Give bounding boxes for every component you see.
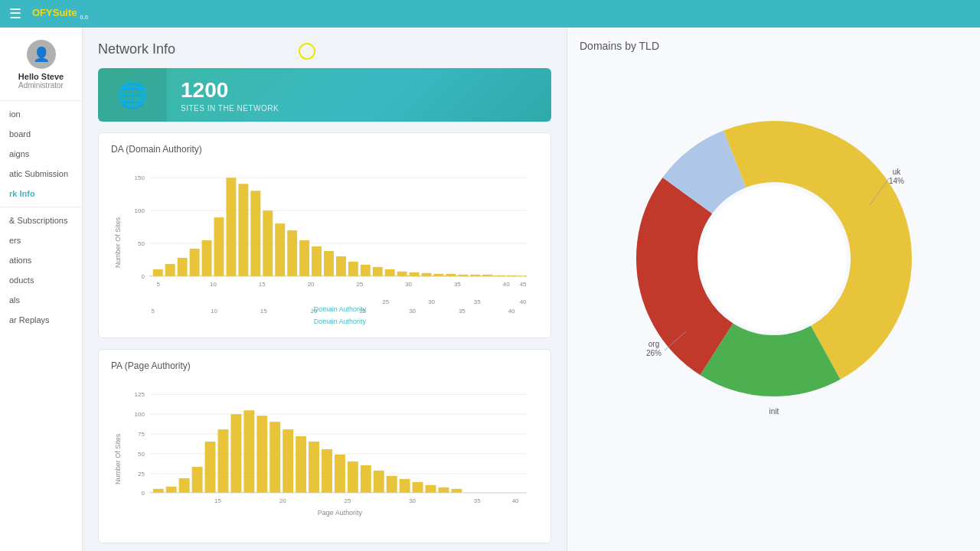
pa-bar bbox=[348, 461, 358, 493]
svg-text:25: 25 bbox=[356, 281, 363, 288]
da-bar bbox=[385, 269, 395, 276]
da-bar bbox=[324, 251, 334, 276]
da-bar bbox=[238, 184, 248, 276]
sidebar-item-network-info[interactable]: rk Info bbox=[0, 184, 82, 204]
da-bar bbox=[190, 249, 200, 276]
stats-label: SITES IN THE NETWORK bbox=[181, 104, 279, 112]
pa-bar bbox=[205, 442, 216, 493]
da-bar bbox=[275, 223, 285, 276]
svg-text:5: 5 bbox=[157, 281, 161, 288]
right-panel: Domains by TLD uk bbox=[567, 28, 980, 551]
da-bar bbox=[202, 240, 212, 276]
da-bar bbox=[410, 272, 420, 276]
svg-text:150: 150 bbox=[135, 174, 145, 181]
svg-text:20: 20 bbox=[279, 497, 286, 504]
pa-bar bbox=[270, 422, 280, 493]
pa-bar bbox=[451, 489, 462, 493]
svg-text:Number Of Sites: Number Of Sites bbox=[114, 217, 122, 268]
sidebar: 👤 Hello Steve Administrator ion board ai… bbox=[0, 28, 83, 551]
svg-text:25: 25 bbox=[382, 298, 389, 305]
donut-chart-svg: uk 14% org 26% init bbox=[602, 86, 946, 431]
pa-chart-wrap: Number Of Sites 125 100 75 50 25 0 bbox=[111, 379, 538, 532]
page-title: Network Info bbox=[98, 41, 551, 57]
da-bar bbox=[336, 256, 346, 276]
donut-label-org: org bbox=[648, 340, 658, 348]
svg-text:Page Authority: Page Authority bbox=[318, 509, 363, 517]
svg-text:25: 25 bbox=[359, 308, 366, 315]
sidebar-item-board[interactable]: board bbox=[0, 124, 82, 144]
app-layout: 👤 Hello Steve Administrator ion board ai… bbox=[0, 28, 980, 551]
pa-bar bbox=[256, 416, 267, 493]
sidebar-item-trials[interactable]: als bbox=[0, 290, 82, 310]
sidebar-item-subscriptions[interactable]: & Subscriptions bbox=[0, 210, 82, 230]
sidebar-divider bbox=[0, 100, 82, 101]
sidebar-item-ion[interactable]: ion bbox=[0, 104, 82, 124]
pa-bar bbox=[400, 479, 410, 493]
svg-text:20: 20 bbox=[311, 308, 318, 315]
app-logo: OFYSuite 0.0 bbox=[32, 7, 88, 21]
stats-number: 1200 bbox=[181, 78, 279, 103]
stats-card: 🌐 1200 SITES IN THE NETWORK bbox=[98, 68, 551, 122]
svg-text:100: 100 bbox=[135, 411, 145, 418]
da-bar bbox=[397, 272, 407, 276]
svg-text:40: 40 bbox=[503, 281, 510, 288]
sidebar-item-replays[interactable]: ar Replays bbox=[0, 310, 82, 330]
svg-text:40: 40 bbox=[520, 298, 527, 305]
pa-bar bbox=[192, 467, 203, 493]
svg-text:50: 50 bbox=[138, 451, 145, 458]
svg-text:Domain Authority: Domain Authority bbox=[314, 305, 367, 313]
svg-text:14%: 14% bbox=[888, 177, 903, 185]
svg-text:15: 15 bbox=[259, 281, 266, 288]
svg-text:75: 75 bbox=[138, 431, 145, 438]
da-bar bbox=[422, 273, 432, 276]
sidebar-item-products[interactable]: oducts bbox=[0, 270, 82, 290]
sidebar-item-users[interactable]: ers bbox=[0, 230, 82, 250]
svg-text:Number Of Sites: Number Of Sites bbox=[114, 433, 122, 484]
svg-text:20: 20 bbox=[308, 281, 315, 288]
svg-text:50: 50 bbox=[138, 240, 145, 247]
avatar: 👤 bbox=[27, 40, 56, 69]
svg-text:25: 25 bbox=[138, 471, 145, 478]
svg-text:125: 125 bbox=[135, 391, 145, 398]
svg-text:25: 25 bbox=[344, 497, 351, 504]
pa-bar bbox=[179, 478, 190, 493]
da-chart-svg: Number Of Sites 150 100 50 0 bbox=[111, 162, 538, 315]
da-bar bbox=[178, 258, 188, 276]
svg-text:30: 30 bbox=[405, 281, 412, 288]
sidebar-item-automatic-submission[interactable]: atic Submission bbox=[0, 164, 82, 184]
svg-text:15: 15 bbox=[260, 308, 267, 315]
svg-text:45: 45 bbox=[520, 281, 527, 288]
sidebar-item-campaigns[interactable]: aigns bbox=[0, 144, 82, 164]
pa-bar bbox=[283, 429, 293, 493]
pa-bar bbox=[374, 471, 384, 493]
svg-text:15: 15 bbox=[214, 497, 221, 504]
pa-bar bbox=[387, 476, 397, 493]
svg-text:10: 10 bbox=[210, 281, 217, 288]
logo-suffix: Suite bbox=[53, 7, 77, 18]
svg-text:35: 35 bbox=[474, 497, 481, 504]
topnav: ☰ OFYSuite 0.0 bbox=[0, 0, 980, 28]
sidebar-item-locations[interactable]: ations bbox=[0, 250, 82, 270]
svg-text:35: 35 bbox=[459, 308, 466, 315]
pa-bar bbox=[309, 442, 319, 493]
da-bar bbox=[263, 210, 273, 276]
hamburger-icon[interactable]: ☰ bbox=[9, 5, 21, 22]
donut-label-init: init bbox=[769, 407, 779, 416]
svg-text:35: 35 bbox=[454, 281, 461, 288]
da-chart-card: DA (Domain Authority) Number Of Sites 15… bbox=[98, 132, 551, 338]
pa-bar bbox=[438, 487, 449, 493]
svg-text:30: 30 bbox=[409, 308, 416, 315]
svg-text:40: 40 bbox=[512, 497, 519, 504]
stats-text: 1200 SITES IN THE NETWORK bbox=[167, 78, 292, 112]
pa-bar bbox=[335, 455, 345, 493]
da-bar bbox=[348, 262, 358, 276]
svg-text:26%: 26% bbox=[645, 349, 661, 357]
svg-text:100: 100 bbox=[135, 207, 145, 214]
da-bar bbox=[226, 178, 236, 276]
svg-text:0: 0 bbox=[141, 490, 145, 497]
da-bar bbox=[287, 230, 297, 276]
pa-bar bbox=[243, 410, 254, 493]
stats-icon-area: 🌐 bbox=[98, 68, 167, 122]
pa-bar bbox=[218, 429, 229, 493]
pa-bar bbox=[322, 449, 332, 493]
